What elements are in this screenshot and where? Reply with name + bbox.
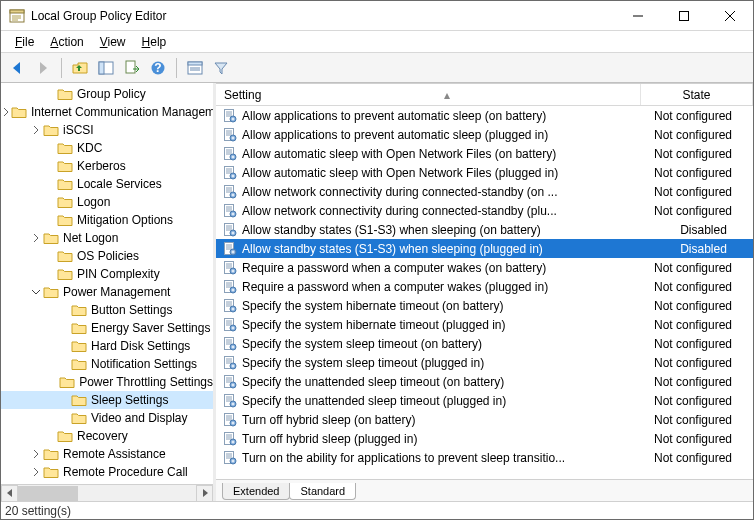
tree-item[interactable]: Group Policy	[1, 85, 213, 103]
tree-item[interactable]: Internet Communication Management	[1, 103, 213, 121]
folder-icon	[43, 447, 59, 461]
tree-item[interactable]: PIN Complexity	[1, 265, 213, 283]
list-item[interactable]: Allow automatic sleep with Open Network …	[216, 144, 753, 163]
tree-item[interactable]: Energy Saver Settings	[1, 319, 213, 337]
tree-item[interactable]: Net Logon	[1, 229, 213, 247]
tree-item[interactable]: Video and Display	[1, 409, 213, 427]
policy-icon	[222, 336, 238, 352]
tree-item[interactable]: Logon	[1, 193, 213, 211]
tree-item[interactable]: KDC	[1, 139, 213, 157]
tree-item[interactable]: Remote Assistance	[1, 445, 213, 463]
chevron-right-icon[interactable]	[29, 231, 43, 245]
setting-name: Require a password when a computer wakes…	[242, 261, 648, 275]
policy-icon	[222, 203, 238, 219]
forward-button[interactable]	[31, 56, 55, 80]
tree-item[interactable]: Hard Disk Settings	[1, 337, 213, 355]
column-header-state[interactable]: State	[641, 84, 753, 105]
list-item[interactable]: Allow automatic sleep with Open Network …	[216, 163, 753, 182]
list-item[interactable]: Specify the system hibernate timeout (pl…	[216, 315, 753, 334]
setting-name: Turn off hybrid sleep (plugged in)	[242, 432, 648, 446]
scroll-track[interactable]	[18, 485, 196, 502]
tree-spacer	[43, 195, 57, 209]
tree-item[interactable]: Mitigation Options	[1, 211, 213, 229]
list-item[interactable]: Specify the system hibernate timeout (on…	[216, 296, 753, 315]
tree-item[interactable]: iSCSI	[1, 121, 213, 139]
chevron-right-icon[interactable]	[29, 447, 43, 461]
tree-spacer	[57, 339, 71, 353]
tree-item[interactable]: OS Policies	[1, 247, 213, 265]
tree-item-label: Group Policy	[77, 87, 146, 101]
tab-extended[interactable]: Extended	[222, 483, 290, 500]
list-item[interactable]: Require a password when a computer wakes…	[216, 277, 753, 296]
up-button[interactable]	[68, 56, 92, 80]
list-item[interactable]: Require a password when a computer wakes…	[216, 258, 753, 277]
tree-spacer	[57, 411, 71, 425]
properties-button[interactable]	[183, 56, 207, 80]
folder-icon	[57, 429, 73, 443]
list-item[interactable]: Turn off hybrid sleep (on battery)Not co…	[216, 410, 753, 429]
scroll-right-button[interactable]	[196, 485, 213, 502]
menu-help[interactable]: Help	[134, 33, 175, 51]
tree-spacer	[43, 429, 57, 443]
setting-name: Allow standby states (S1-S3) when sleepi…	[242, 242, 648, 256]
setting-state: Not configured	[648, 318, 753, 332]
setting-state: Not configured	[648, 128, 753, 142]
menu-file[interactable]: File	[7, 33, 42, 51]
list-item[interactable]: Allow network connectivity during connec…	[216, 201, 753, 220]
list-item[interactable]: Allow standby states (S1-S3) when sleepi…	[216, 239, 753, 258]
chevron-right-icon[interactable]	[29, 465, 43, 479]
list-item[interactable]: Allow network connectivity during connec…	[216, 182, 753, 201]
list-item[interactable]: Allow applications to prevent automatic …	[216, 106, 753, 125]
list-item[interactable]: Specify the unattended sleep timeout (pl…	[216, 391, 753, 410]
close-button[interactable]	[707, 1, 753, 31]
scroll-thumb[interactable]	[18, 486, 78, 501]
chevron-right-icon[interactable]	[1, 105, 11, 119]
tree-item[interactable]: Notification Settings	[1, 355, 213, 373]
scroll-left-button[interactable]	[1, 485, 18, 502]
tree-spacer	[57, 357, 71, 371]
list-body[interactable]: Allow applications to prevent automatic …	[216, 106, 753, 467]
list-item[interactable]: Specify the system sleep timeout (on bat…	[216, 334, 753, 353]
back-button[interactable]	[5, 56, 29, 80]
setting-state: Not configured	[648, 280, 753, 294]
column-header-setting[interactable]: Setting ▴	[216, 84, 641, 105]
list-header: Setting ▴ State	[216, 84, 753, 106]
maximize-button[interactable]	[661, 1, 707, 31]
tree-item[interactable]: Sleep Settings	[1, 391, 213, 409]
export-list-button[interactable]	[120, 56, 144, 80]
tree-spacer	[57, 303, 71, 317]
toolbar-separator	[176, 58, 177, 78]
tree-item[interactable]: Kerberos	[1, 157, 213, 175]
tab-standard[interactable]: Standard	[289, 483, 356, 500]
setting-state: Not configured	[648, 166, 753, 180]
setting-name: Specify the system hibernate timeout (on…	[242, 299, 648, 313]
tree-horizontal-scrollbar[interactable]	[1, 484, 213, 501]
list-item[interactable]: Specify the system sleep timeout (plugge…	[216, 353, 753, 372]
tree-item[interactable]: Power Management	[1, 283, 213, 301]
list-item[interactable]: Allow applications to prevent automatic …	[216, 125, 753, 144]
tree-item-label: Recovery	[77, 429, 128, 443]
show-hide-tree-button[interactable]	[94, 56, 118, 80]
tree-item[interactable]: Locale Services	[1, 175, 213, 193]
filter-button[interactable]	[209, 56, 233, 80]
tree-item[interactable]: Recovery	[1, 427, 213, 445]
menu-view[interactable]: View	[92, 33, 134, 51]
toolbar: ?	[1, 53, 753, 83]
chevron-down-icon[interactable]	[29, 285, 43, 299]
tree-item-label: Hard Disk Settings	[91, 339, 190, 353]
list-item[interactable]: Allow standby states (S1-S3) when sleepi…	[216, 220, 753, 239]
tree-pane: Group PolicyInternet Communication Manag…	[1, 83, 216, 501]
tree[interactable]: Group PolicyInternet Communication Manag…	[1, 83, 213, 484]
tree-item[interactable]: Power Throttling Settings	[1, 373, 213, 391]
minimize-button[interactable]	[615, 1, 661, 31]
setting-name: Specify the unattended sleep timeout (on…	[242, 375, 648, 389]
chevron-right-icon[interactable]	[29, 123, 43, 137]
list-item[interactable]: Turn on the ability for applications to …	[216, 448, 753, 467]
tree-item[interactable]: Remote Procedure Call	[1, 463, 213, 481]
help-button[interactable]: ?	[146, 56, 170, 80]
tree-item[interactable]: Button Settings	[1, 301, 213, 319]
policy-icon	[222, 146, 238, 162]
list-item[interactable]: Turn off hybrid sleep (plugged in)Not co…	[216, 429, 753, 448]
list-item[interactable]: Specify the unattended sleep timeout (on…	[216, 372, 753, 391]
menu-action[interactable]: Action	[42, 33, 91, 51]
